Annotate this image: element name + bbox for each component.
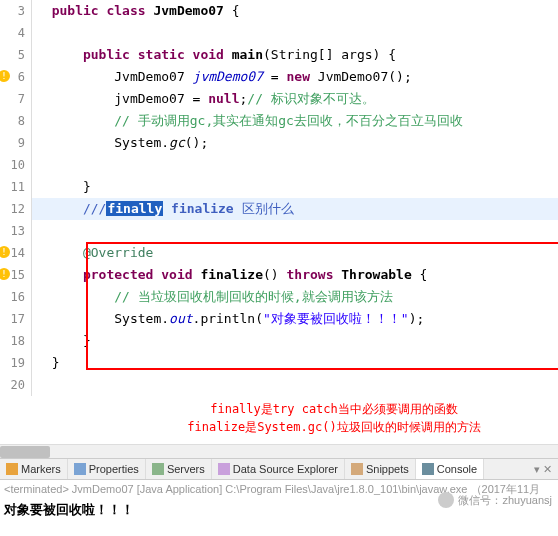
line-number: 13 xyxy=(0,220,25,242)
code-line[interactable]: public static void main(String[] args) { xyxy=(32,44,558,66)
code-line[interactable]: System.gc(); xyxy=(32,132,558,154)
wechat-watermark: 微信号：zhuyuansj xyxy=(438,492,552,508)
markers-icon xyxy=(6,463,18,475)
code-editor[interactable]: 3 4 5 !6 7 8 9 10 11 12 13 !14 !15 16 17… xyxy=(0,0,558,396)
tab-console[interactable]: Console xyxy=(416,459,484,479)
line-number: !15 xyxy=(0,264,25,286)
line-number: 17 xyxy=(0,308,25,330)
code-line[interactable] xyxy=(32,154,558,176)
code-line[interactable] xyxy=(32,220,558,242)
servers-icon xyxy=(152,463,164,475)
code-line[interactable]: protected void finalize() throws Throwab… xyxy=(32,264,558,286)
warning-icon[interactable]: ! xyxy=(0,70,10,82)
line-number: 11 xyxy=(0,176,25,198)
wechat-icon xyxy=(438,492,454,508)
line-number: 5 xyxy=(0,44,25,66)
bottom-tabs: Markers Properties Servers Data Source E… xyxy=(0,458,558,480)
tab-menu-icon[interactable]: ▾ ✕ xyxy=(528,463,558,476)
tab-properties[interactable]: Properties xyxy=(68,459,146,479)
line-gutter: 3 4 5 !6 7 8 9 10 11 12 13 !14 !15 16 17… xyxy=(0,0,32,396)
code-line[interactable]: } xyxy=(32,176,558,198)
line-number: 19 xyxy=(0,352,25,374)
line-number: !6 xyxy=(0,66,25,88)
code-line[interactable]: jvmDemo07 = null;// 标识对象不可达。 xyxy=(32,88,558,110)
line-number: 4 xyxy=(0,22,25,44)
tab-markers[interactable]: Markers xyxy=(0,459,68,479)
horizontal-scrollbar[interactable] xyxy=(0,444,558,458)
code-line[interactable]: } xyxy=(32,352,558,374)
line-number: !14 xyxy=(0,242,25,264)
scrollbar-thumb[interactable] xyxy=(0,446,50,458)
tab-servers[interactable]: Servers xyxy=(146,459,212,479)
tab-snippets[interactable]: Snippets xyxy=(345,459,416,479)
console-icon xyxy=(422,463,434,475)
code-line[interactable]: // 当垃圾回收机制回收的时候,就会调用该方法 xyxy=(32,286,558,308)
code-line[interactable]: // 手动调用gc,其实在通知gc去回收，不百分之百立马回收 xyxy=(32,110,558,132)
code-line[interactable]: JvmDemo07 jvmDemo07 = new JvmDemo07(); xyxy=(32,66,558,88)
code-line[interactable] xyxy=(32,374,558,396)
code-line[interactable] xyxy=(32,22,558,44)
warning-icon[interactable]: ! xyxy=(0,246,10,258)
line-number: 18 xyxy=(0,330,25,352)
code-line[interactable]: public class JvmDemo07 { xyxy=(32,0,558,22)
code-line[interactable]: } xyxy=(32,330,558,352)
snippets-icon xyxy=(351,463,363,475)
line-number: 12 xyxy=(0,198,25,220)
code-area[interactable]: public class JvmDemo07 { public static v… xyxy=(32,0,558,396)
code-line[interactable]: System.out.println("对象要被回收啦！！！"); xyxy=(32,308,558,330)
line-number: 7 xyxy=(0,88,25,110)
warning-icon[interactable]: ! xyxy=(0,268,10,280)
properties-icon xyxy=(74,463,86,475)
code-line-highlighted[interactable]: ///finally finalize 区别什么 xyxy=(32,198,558,220)
datasource-icon xyxy=(218,463,230,475)
line-number: 9 xyxy=(0,132,25,154)
line-number: 20 xyxy=(0,374,25,396)
line-number: 10 xyxy=(0,154,25,176)
line-number: 3 xyxy=(0,0,25,22)
line-number: 16 xyxy=(0,286,25,308)
code-line[interactable]: @Override xyxy=(32,242,558,264)
tab-datasource[interactable]: Data Source Explorer xyxy=(212,459,345,479)
annotation-text: finally是try catch当中必须要调用的函数 finalize是Sys… xyxy=(0,396,558,444)
line-number: 8 xyxy=(0,110,25,132)
